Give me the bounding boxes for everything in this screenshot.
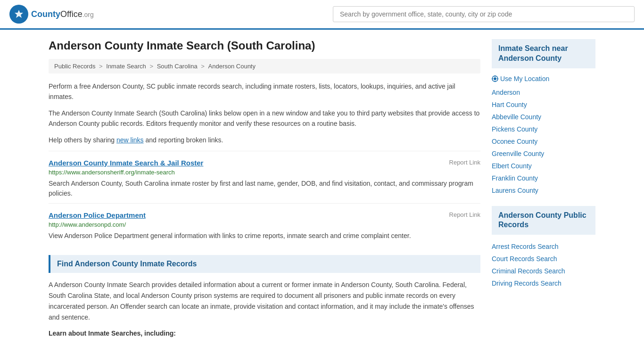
content-wrapper: Anderson County Inmate Search (South Car… bbox=[39, 30, 605, 346]
court-records-link[interactable]: Court Records Search bbox=[492, 255, 557, 263]
sidebar-section-2: Anderson County Public Records bbox=[492, 206, 595, 235]
nearby-oconee-link[interactable]: Oconee County bbox=[492, 138, 537, 145]
description-1: Perform a free Anderson County, SC publi… bbox=[49, 81, 480, 102]
sidebar-nearby-laurens: Laurens County bbox=[492, 184, 595, 197]
logo-org: .org bbox=[83, 11, 94, 18]
sidebar-section-1: Inmate Search near Anderson County bbox=[492, 39, 595, 68]
sidebar-section1-title: Inmate Search near Anderson County bbox=[498, 44, 589, 64]
sidebar-nearby-hart: Hart County bbox=[492, 99, 595, 111]
public-records-list: Arrest Records Search Court Records Sear… bbox=[492, 239, 595, 291]
resource-item-2: Anderson Police Department Report Link h… bbox=[49, 203, 480, 246]
resource-report-2[interactable]: Report Link bbox=[449, 211, 480, 218]
resource-desc-1: Search Anderson County, South Carolina i… bbox=[49, 179, 480, 198]
resource-header-1: Anderson County Inmate Search & Jail Ros… bbox=[49, 159, 480, 167]
use-location-label: Use My Location bbox=[500, 75, 549, 82]
breadcrumb-sep1: > bbox=[99, 63, 104, 70]
logo-brand: County bbox=[31, 9, 60, 19]
use-my-location[interactable]: Use My Location bbox=[492, 72, 595, 84]
sidebar-section2-title: Anderson County Public Records bbox=[498, 211, 589, 230]
desc3-pre: Help others by sharing bbox=[49, 136, 116, 144]
sidebar-nearby-anderson: Anderson bbox=[492, 86, 595, 99]
description-3: Help others by sharing new links and rep… bbox=[49, 135, 480, 145]
breadcrumb: Public Records > Inmate Search > South C… bbox=[49, 59, 480, 74]
sidebar-court-records: Court Records Search bbox=[492, 253, 595, 265]
resource-report-1[interactable]: Report Link bbox=[449, 159, 480, 166]
resource-title-2[interactable]: Anderson Police Department bbox=[49, 211, 146, 219]
find-section-desc: A Anderson County Inmate Search provides… bbox=[49, 280, 480, 323]
desc3-post: and reporting broken links. bbox=[144, 136, 223, 144]
find-section: Find Anderson County Inmate Records A An… bbox=[49, 255, 480, 337]
sidebar-nearby-oconee: Oconee County bbox=[492, 135, 595, 148]
sidebar-criminal-records: Criminal Records Search bbox=[492, 265, 595, 277]
breadcrumb-inmate-search[interactable]: Inmate Search bbox=[106, 63, 146, 70]
sidebar-nearby-pickens: Pickens County bbox=[492, 123, 595, 135]
page-title: Anderson County Inmate Search (South Car… bbox=[49, 39, 480, 52]
sidebar: Inmate Search near Anderson County Use M… bbox=[492, 39, 595, 337]
breadcrumb-public-records[interactable]: Public Records bbox=[54, 63, 95, 70]
new-links-link[interactable]: new links bbox=[116, 136, 144, 144]
nearby-pickens-link[interactable]: Pickens County bbox=[492, 125, 537, 133]
resource-item-1: Anderson County Inmate Search & Jail Ros… bbox=[49, 151, 480, 203]
nearby-hart-link[interactable]: Hart County bbox=[492, 101, 527, 108]
sidebar-nearby-abbeville: Abbeville County bbox=[492, 111, 595, 123]
breadcrumb-anderson-county[interactable]: Anderson County bbox=[208, 63, 256, 70]
sidebar-nearby-greenville: Greenville County bbox=[492, 148, 595, 160]
sidebar-nearby-elbert: Elbert County bbox=[492, 160, 595, 172]
criminal-records-link[interactable]: Criminal Records Search bbox=[492, 267, 565, 275]
nearby-abbeville-link[interactable]: Abbeville County bbox=[492, 113, 541, 121]
resource-url-1: https://www.andersonsheriff.org/inmate-s… bbox=[49, 169, 480, 176]
driving-records-link[interactable]: Driving Records Search bbox=[492, 280, 561, 287]
main-content: Anderson County Inmate Search (South Car… bbox=[49, 39, 480, 337]
resource-title-1[interactable]: Anderson County Inmate Search & Jail Ros… bbox=[49, 159, 203, 167]
resource-desc-2: View Anderson Police Department general … bbox=[49, 231, 480, 241]
sidebar-driving-records: Driving Records Search bbox=[492, 277, 595, 289]
breadcrumb-south-carolina[interactable]: South Carolina bbox=[157, 63, 198, 70]
logo-text-area: CountyOffice.org bbox=[31, 9, 94, 19]
sidebar-arrest-records: Arrest Records Search bbox=[492, 240, 595, 253]
nearby-franklin-link[interactable]: Franklin County bbox=[492, 174, 538, 182]
logo-area[interactable]: CountyOffice.org bbox=[9, 5, 94, 24]
nearby-greenville-link[interactable]: Greenville County bbox=[492, 150, 544, 157]
header: CountyOffice.org bbox=[0, 0, 644, 30]
description-2: The Anderson County Inmate Search (South… bbox=[49, 108, 480, 129]
nearby-links-list: Anderson Hart County Abbeville County Pi… bbox=[492, 84, 595, 198]
resource-url-2: http://www.andersonpd.com/ bbox=[49, 221, 480, 228]
nearby-elbert-link[interactable]: Elbert County bbox=[492, 162, 532, 170]
learn-header: Learn about Inmate Searches, including: bbox=[49, 329, 480, 337]
find-section-header: Find Anderson County Inmate Records bbox=[49, 255, 480, 273]
nearby-laurens-link[interactable]: Laurens County bbox=[492, 187, 538, 194]
breadcrumb-sep2: > bbox=[149, 63, 155, 70]
resource-header-2: Anderson Police Department Report Link bbox=[49, 211, 480, 219]
svg-point-2 bbox=[494, 77, 496, 80]
search-input[interactable] bbox=[333, 6, 635, 22]
arrest-records-link[interactable]: Arrest Records Search bbox=[492, 243, 559, 250]
breadcrumb-sep3: > bbox=[201, 63, 206, 70]
logo-office: Office bbox=[60, 9, 83, 19]
logo-icon bbox=[9, 5, 28, 24]
nearby-anderson-link[interactable]: Anderson bbox=[492, 89, 520, 96]
search-bar bbox=[333, 6, 635, 22]
sidebar-nearby-franklin: Franklin County bbox=[492, 172, 595, 184]
